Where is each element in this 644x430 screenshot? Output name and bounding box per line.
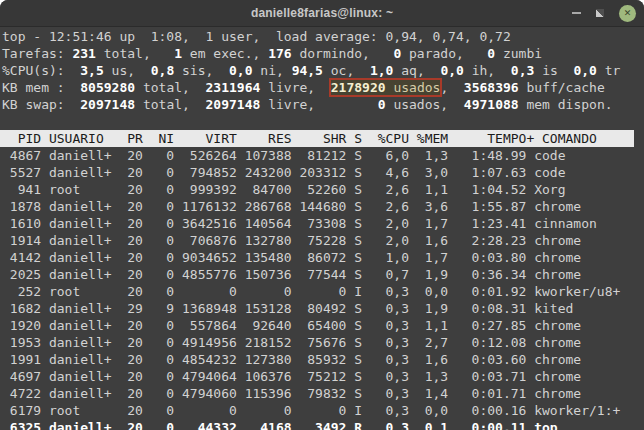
process-row: 4697 daniell+ 20 0 4794064 106376 75212 … xyxy=(2,368,644,385)
maximize-button[interactable] xyxy=(596,9,604,17)
process-row: 4722 daniell+ 20 0 4794060 115396 79832 … xyxy=(2,385,644,402)
process-row: 5527 daniell+ 20 0 794852 243200 203312 … xyxy=(2,164,644,181)
process-row: 1953 daniell+ 20 0 4914956 218152 75676 … xyxy=(2,334,644,351)
top-summary-line: KB swap: 2097148 total, 2097148 livre, 0… xyxy=(2,96,644,113)
blank-line xyxy=(2,113,644,130)
process-row: 1991 daniell+ 20 0 4854232 127380 85932 … xyxy=(2,351,644,368)
top-summary-line: Tarefas: 231 total, 1 em exec., 176 dorm… xyxy=(2,45,644,62)
process-row: 4142 daniell+ 20 0 9034652 135480 86072 … xyxy=(2,249,644,266)
window-controls: ✕ xyxy=(572,0,636,26)
terminal-window: danielle8farias@linux: ~ ✕ top - 12:51:4… xyxy=(0,0,644,430)
process-table-body: 4867 daniell+ 20 0 526264 107388 81212 S… xyxy=(2,147,644,430)
terminal-screen[interactable]: top - 12:51:46 up 1:08, 1 user, load ave… xyxy=(0,27,644,430)
top-summary: top - 12:51:46 up 1:08, 1 user, load ave… xyxy=(2,28,644,113)
process-row: 1878 daniell+ 20 0 1176132 286768 144680… xyxy=(2,198,644,215)
minimize-icon xyxy=(572,12,581,14)
close-button[interactable]: ✕ xyxy=(619,5,636,22)
process-table-header: PID USUARIO PR NI VIRT RES SHR S %CPU %M… xyxy=(0,130,634,147)
process-row: 1920 daniell+ 20 0 557864 92640 65400 S … xyxy=(2,317,644,334)
top-summary-line: top - 12:51:46 up 1:08, 1 user, load ave… xyxy=(2,28,644,45)
close-icon: ✕ xyxy=(624,8,632,17)
mem-usados-highlight: 2178920 usados xyxy=(331,80,441,95)
title-bar[interactable]: danielle8farias@linux: ~ ✕ xyxy=(0,0,644,27)
process-row: 4867 daniell+ 20 0 526264 107388 81212 S… xyxy=(2,147,644,164)
process-row: 6179 root 20 0 0 0 0 I 0,3 0,0 0:00.16 k… xyxy=(2,402,644,419)
process-row: 1682 daniell+ 29 9 1368948 153128 80492 … xyxy=(2,300,644,317)
top-summary-line: KB mem : 8059280 total, 2311964 livre, 2… xyxy=(2,79,644,96)
process-row: 2025 daniell+ 20 0 4855776 150736 77544 … xyxy=(2,266,644,283)
process-row: 1610 daniell+ 20 0 3642516 140564 73308 … xyxy=(2,215,644,232)
process-row: 941 root 20 0 999392 84700 52260 S 2,6 1… xyxy=(2,181,644,198)
window-title: danielle8farias@linux: ~ xyxy=(251,6,393,20)
minimize-button[interactable] xyxy=(572,12,581,14)
top-summary-line: %CPU(s): 3,5 us, 0,8 sis, 0,0 ni, 94,5 o… xyxy=(2,62,644,79)
process-row: 6325 daniell+ 20 0 44332 4168 3492 R 0,3… xyxy=(2,419,644,430)
process-row: 252 root 20 0 0 0 0 I 0,3 0,0 0:01.92 kw… xyxy=(2,283,644,300)
process-row: 1914 daniell+ 20 0 706876 132780 75228 S… xyxy=(2,232,644,249)
restore-icon xyxy=(596,9,604,17)
